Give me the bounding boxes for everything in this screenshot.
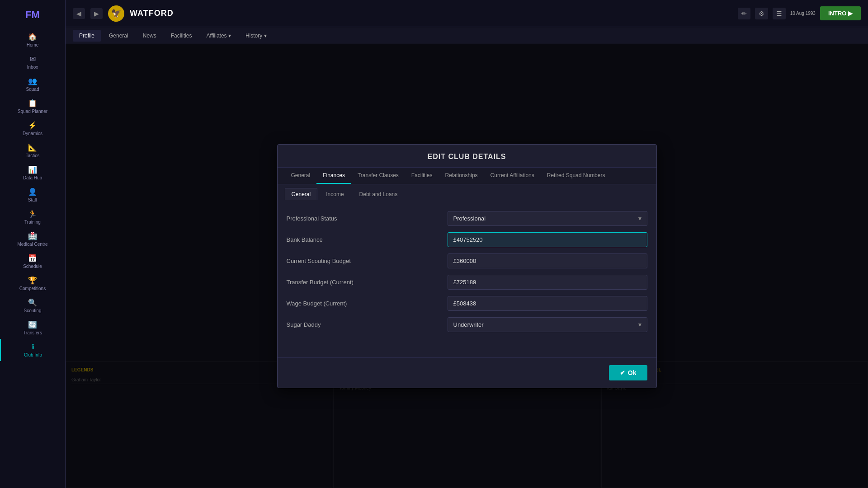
bank-balance-label: Bank Balance <box>287 236 440 243</box>
sidebar-item-training[interactable]: 🏃 Training <box>0 206 65 228</box>
wage-budget-label: Wage Budget (Current) <box>287 300 440 307</box>
modal-subtab-general[interactable]: General <box>285 188 318 200</box>
sidebar-label-squad-planner: Squad Planner <box>18 109 47 114</box>
modal-tab-general[interactable]: General <box>285 168 317 184</box>
transfers-icon: 🔄 <box>28 320 37 329</box>
subnav-profile[interactable]: Profile <box>73 30 101 42</box>
edit-club-details-modal: EDIT CLUB DETAILS General Finances Trans… <box>277 144 657 388</box>
sidebar-label-training: Training <box>24 220 41 225</box>
nav-forward-button[interactable]: ▶ <box>90 8 103 19</box>
sidebar-item-squad-planner[interactable]: 📋 Squad Planner <box>0 95 65 117</box>
team-badge: 🦅 <box>108 5 124 22</box>
subnav-facilities[interactable]: Facilities <box>165 30 198 42</box>
modal-subtab-income[interactable]: Income <box>319 188 350 200</box>
sidebar-item-home[interactable]: 🏠 Home <box>0 29 65 51</box>
modal-tab-facilities[interactable]: Facilities <box>405 168 439 184</box>
modal-footer: ✔ Ok <box>278 357 656 388</box>
sidebar-label-inbox: Inbox <box>27 65 38 70</box>
sidebar-item-transfers[interactable]: 🔄 Transfers <box>0 317 65 339</box>
modal-tab-finances[interactable]: Finances <box>316 168 351 184</box>
modal-title: EDIT CLUB DETAILS <box>278 145 656 168</box>
sidebar-item-inbox[interactable]: ✉ Inbox <box>0 51 65 73</box>
sidebar-label-tactics: Tactics <box>26 153 40 158</box>
subnav-news[interactable]: News <box>137 30 163 42</box>
sidebar-item-club-info[interactable]: ℹ Club Info <box>0 339 65 361</box>
modal-tab-relationships[interactable]: Relationships <box>439 168 484 184</box>
medical-icon: 🏥 <box>28 232 37 240</box>
home-icon: 🏠 <box>28 33 37 41</box>
staff-icon: 👤 <box>28 188 37 196</box>
sidebar-item-squad[interactable]: 👥 Squad <box>0 73 65 95</box>
wage-budget-input[interactable] <box>448 296 647 311</box>
squad-planner-icon: 📋 <box>28 99 37 108</box>
sidebar-label-dynamics: Dynamics <box>23 131 42 136</box>
ok-checkmark-icon: ✔ <box>620 369 625 376</box>
scouting-budget-input[interactable] <box>448 253 647 268</box>
settings-button[interactable]: ⚙ <box>755 8 768 19</box>
transfer-budget-input[interactable] <box>448 275 647 290</box>
sugar-daddy-select-wrapper: None Underwriter Benefactor Sugar Daddy … <box>448 317 647 332</box>
team-name: WATFORD <box>130 9 174 18</box>
topbar-right: ✏ ⚙ ☰ 10 Aug 1993 INTRO ▶ <box>738 6 861 20</box>
modal-tab-current-affiliations[interactable]: Current Affiliations <box>484 168 541 184</box>
edit-button[interactable]: ✏ <box>738 8 750 19</box>
bank-balance-row: Bank Balance <box>287 232 647 247</box>
professional-status-select-wrapper: Professional Semi-Professional Amateur ▼ <box>448 211 647 226</box>
scouting-icon: 🔍 <box>28 298 37 307</box>
sugar-daddy-label: Sugar Daddy <box>287 321 440 328</box>
sidebar-label-staff: Staff <box>28 197 37 202</box>
sidebar-item-data-hub[interactable]: 📊 Data Hub <box>0 162 65 184</box>
sidebar-item-competitions[interactable]: 🏆 Competitions <box>0 272 65 295</box>
subnav-affiliates[interactable]: Affiliates ▾ <box>200 30 237 42</box>
modal-body: Professional Status Professional Semi-Pr… <box>278 200 656 357</box>
modal-tabs: General Finances Transfer Clauses Facili… <box>278 168 656 184</box>
modal-subtab-debt-and-loans[interactable]: Debt and Loans <box>353 188 405 200</box>
club-info-icon: ℹ <box>32 343 34 351</box>
modal-tab-transfer-clauses[interactable]: Transfer Clauses <box>351 168 405 184</box>
tactics-icon: 📐 <box>28 143 37 152</box>
sidebar-item-dynamics[interactable]: ⚡ Dynamics <box>0 117 65 140</box>
dynamics-icon: ⚡ <box>28 121 37 130</box>
sidebar-label-club-info: Club Info <box>24 352 42 357</box>
sidebar-item-medical-centre[interactable]: 🏥 Medical Centre <box>0 228 65 250</box>
sidebar-label-competitions: Competitions <box>19 286 46 291</box>
sidebar-label-medical: Medical Centre <box>17 242 47 247</box>
sidebar-item-staff[interactable]: 👤 Staff <box>0 184 65 206</box>
modal-tab-retired-squad-numbers[interactable]: Retired Squad Numbers <box>541 168 612 184</box>
sidebar-label-data-hub: Data Hub <box>23 175 42 180</box>
sidebar-item-scouting[interactable]: 🔍 Scouting <box>0 295 65 317</box>
squad-icon: 👥 <box>28 77 37 85</box>
sidebar-item-schedule[interactable]: 📅 Schedule <box>0 250 65 272</box>
sidebar-label-home: Home <box>27 42 39 47</box>
transfer-budget-row: Transfer Budget (Current) <box>287 275 647 290</box>
bank-balance-input[interactable] <box>448 232 647 247</box>
sugar-daddy-select[interactable]: None Underwriter Benefactor Sugar Daddy <box>448 317 647 332</box>
continue-button[interactable]: INTRO ▶ <box>820 6 861 20</box>
ok-button[interactable]: ✔ Ok <box>609 365 647 380</box>
subnav-history[interactable]: History ▾ <box>239 30 273 42</box>
sidebar-label-schedule: Schedule <box>23 264 42 269</box>
options-button[interactable]: ☰ <box>773 8 786 19</box>
professional-status-select[interactable]: Professional Semi-Professional Amateur <box>448 211 647 226</box>
data-hub-icon: 📊 <box>28 165 37 174</box>
ok-label: Ok <box>628 369 637 376</box>
training-icon: 🏃 <box>28 210 37 218</box>
scouting-budget-row: Current Scouting Budget <box>287 253 647 268</box>
sidebar-label-transfers: Transfers <box>23 330 42 335</box>
sidebar-item-tactics[interactable]: 📐 Tactics <box>0 140 65 162</box>
sidebar-label-squad: Squad <box>26 87 39 92</box>
date-display: 10 Aug 1993 <box>790 11 816 16</box>
schedule-icon: 📅 <box>28 254 37 263</box>
app-logo: FM <box>0 4 65 26</box>
transfer-budget-label: Transfer Budget (Current) <box>287 279 440 286</box>
nav-back-button[interactable]: ◀ <box>73 8 85 19</box>
inbox-icon: ✉ <box>30 55 36 63</box>
professional-status-row: Professional Status Professional Semi-Pr… <box>287 211 647 226</box>
topbar: ◀ ▶ 🦅 WATFORD ✏ ⚙ ☰ 10 Aug 1993 INTRO ▶ <box>66 0 868 27</box>
professional-status-label: Professional Status <box>287 215 440 222</box>
subnav-general[interactable]: General <box>103 30 135 42</box>
scouting-budget-label: Current Scouting Budget <box>287 258 440 264</box>
sugar-daddy-row: Sugar Daddy None Underwriter Benefactor … <box>287 317 647 332</box>
main-content: LEGENDS Graham Taylor ICONS Luther Bliss… <box>66 44 868 488</box>
modal-overlay: EDIT CLUB DETAILS General Finances Trans… <box>66 44 868 488</box>
